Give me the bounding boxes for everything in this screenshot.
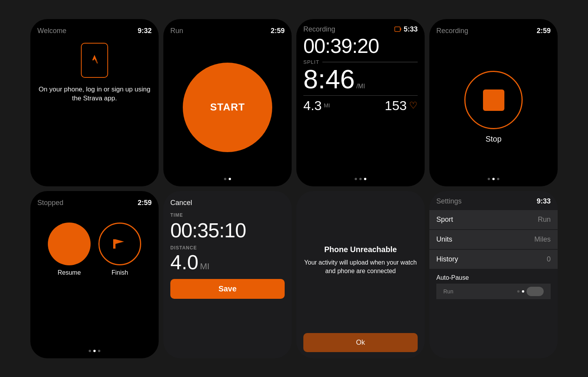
sport-label: Sport: [436, 216, 453, 224]
screen-stopped: Stopped 2:59 Resume Finish: [30, 191, 159, 358]
svg-rect-0: [395, 27, 400, 32]
recording-header: Recording 5:33: [303, 25, 418, 33]
dot-1: [89, 350, 91, 352]
finish-circle: [98, 223, 141, 265]
ok-button[interactable]: Ok: [303, 333, 418, 352]
strava-icon: [81, 43, 108, 78]
dot-3: [364, 178, 366, 180]
run-title: Run: [170, 27, 183, 35]
finish-flag-icon: [110, 236, 130, 252]
recording-time-row: 5:33: [394, 25, 418, 33]
battery-low-icon: [394, 26, 401, 32]
resume-circle: [48, 223, 91, 265]
run-page-dots: [163, 178, 292, 180]
stop-button[interactable]: [464, 71, 523, 129]
auto-pause-sub: Run: [443, 288, 453, 295]
save-button[interactable]: Save: [170, 279, 285, 299]
heart-stat: 153 ♡: [385, 98, 418, 113]
recording-time: 5:33: [404, 25, 418, 33]
resume-label: Resume: [58, 269, 81, 276]
history-value: 0: [547, 255, 551, 263]
auto-pause-controls: [517, 287, 544, 296]
settings-row-history[interactable]: History 0: [429, 250, 558, 269]
distance-label: DISTANCE: [170, 245, 285, 251]
screen-run: Run 2:59 START: [163, 19, 292, 186]
dot-3: [98, 350, 100, 352]
split-unit: /MI: [356, 83, 365, 90]
settings-header: Settings 9:33: [429, 197, 558, 205]
time-label: TIME: [170, 212, 285, 218]
heart-icon: ♡: [409, 100, 418, 111]
summary-distance-unit: MI: [200, 261, 209, 272]
split-line: [322, 62, 418, 62]
settings-time: 9:33: [537, 197, 551, 205]
dot-2: [492, 178, 495, 180]
dot-2: [229, 178, 231, 180]
history-label: History: [436, 255, 458, 263]
summary-distance: 4.0: [170, 251, 198, 274]
stop-time: 2:59: [537, 27, 551, 35]
screen-settings: Settings 9:33 Sport Run Units Miles Hist…: [429, 191, 558, 358]
stopped-title: Stopped: [37, 199, 63, 207]
unreachable-content: Phone Unreachable Your activity will upl…: [303, 199, 418, 333]
dot-3: [497, 178, 499, 180]
app-grid: Welcome 9:32 On your phone, log in or si…: [23, 11, 565, 366]
stopped-dots: [30, 350, 159, 352]
split-value: 8:46: [303, 66, 355, 92]
dot-1: [488, 178, 490, 180]
settings-row-units[interactable]: Units Miles: [429, 230, 558, 249]
summary-distance-row: 4.0 MI: [170, 251, 285, 274]
stats-divider: [303, 95, 418, 96]
resume-action[interactable]: Resume: [48, 223, 91, 276]
elapsed-time: 00:39:20: [303, 34, 418, 58]
distance-value: 4.3: [303, 98, 322, 113]
unreachable-title: Phone Unreachable: [324, 244, 397, 254]
dot-2: [359, 178, 362, 180]
settings-title: Settings: [436, 197, 462, 205]
run-header: Run 2:59: [170, 27, 285, 35]
start-button[interactable]: START: [183, 63, 272, 152]
distance-stat: 4.3 MI: [303, 98, 330, 113]
welcome-time: 9:32: [138, 27, 152, 35]
stop-title: Recording: [436, 27, 468, 35]
screen-welcome: Welcome 9:32 On your phone, log in or si…: [30, 19, 159, 186]
stop-dots: [429, 178, 558, 180]
screen-recording-stats: Recording 5:33 00:39:20 SPLIT 8:46 /MI 4…: [296, 19, 425, 186]
screen-recording-stop: Recording 2:59 Stop: [429, 19, 558, 186]
units-value: Miles: [534, 235, 551, 244]
svg-rect-1: [400, 28, 401, 30]
screen-summary: Cancel TIME 00:35:10 DISTANCE 4.0 MI Sav…: [163, 191, 292, 358]
heart-rate-value: 153: [385, 98, 407, 113]
stopped-header: Stopped 2:59: [37, 199, 152, 207]
dot-1: [517, 290, 520, 293]
stop-button-inner: [483, 89, 504, 111]
dot-2: [522, 290, 524, 293]
cancel-button[interactable]: Cancel: [170, 199, 285, 207]
sport-value: Run: [538, 216, 551, 224]
run-time: 2:59: [271, 27, 285, 35]
units-label: Units: [436, 235, 452, 244]
screen-unreachable: Phone Unreachable Your activity will upl…: [296, 191, 425, 358]
action-buttons: Resume Finish: [48, 223, 141, 276]
unreachable-body: Your activity will upload when your watc…: [303, 258, 418, 276]
finish-action[interactable]: Finish: [98, 223, 141, 276]
auto-pause-row: Run: [436, 284, 551, 299]
welcome-header: Welcome 9:32: [37, 27, 152, 35]
svg-rect-3: [113, 239, 116, 249]
settings-row-sport[interactable]: Sport Run: [429, 210, 558, 229]
split-value-row: 8:46 /MI: [303, 66, 418, 93]
distance-unit: MI: [324, 102, 330, 109]
stop-label: Stop: [485, 135, 501, 144]
auto-pause-toggle[interactable]: [527, 287, 544, 296]
dot-1: [355, 178, 357, 180]
dot-2: [93, 350, 96, 352]
welcome-body: On your phone, log in or sign up using t…: [37, 85, 152, 103]
recording-title: Recording: [303, 25, 335, 33]
auto-pause-section: Auto-Pause Run: [429, 269, 558, 302]
recording-dots: [296, 178, 425, 180]
stats-row: 4.3 MI 153 ♡: [303, 98, 418, 113]
finish-label: Finish: [112, 269, 128, 276]
welcome-title: Welcome: [37, 27, 66, 35]
dot-1: [224, 178, 226, 180]
auto-pause-label: Auto-Pause: [436, 274, 551, 281]
